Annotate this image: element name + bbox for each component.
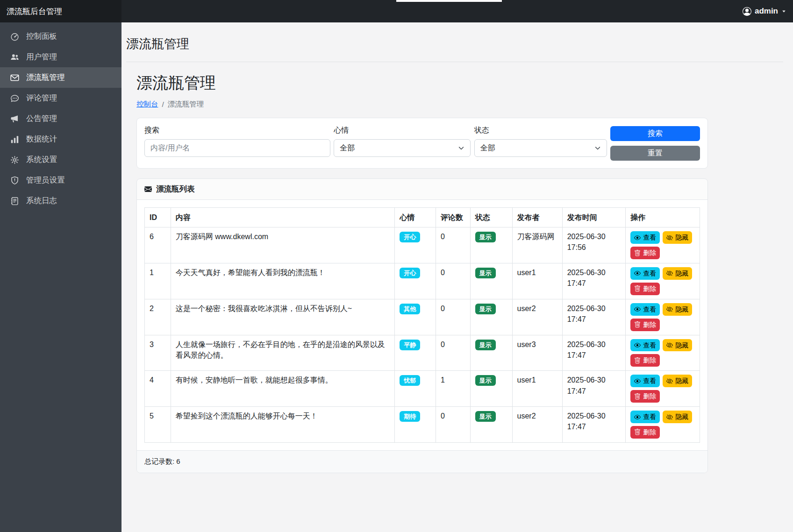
action-button-label: 查看 bbox=[643, 376, 656, 385]
hide-button[interactable]: 隐藏 bbox=[663, 375, 692, 387]
delete-button[interactable]: 删除 bbox=[630, 319, 660, 331]
people-icon bbox=[10, 53, 19, 62]
shield-icon bbox=[10, 176, 19, 185]
trash-icon bbox=[634, 285, 641, 292]
delete-button[interactable]: 删除 bbox=[630, 283, 660, 295]
screen: 漂流瓶后台管理 admin 控制面板用户管理漂流瓶管理评论管理公告管理数据统计系… bbox=[0, 22, 793, 532]
action-button-label: 隐藏 bbox=[675, 341, 688, 350]
app-brand[interactable]: 漂流瓶后台管理 bbox=[0, 0, 121, 22]
cell-status: 显示 bbox=[470, 335, 512, 371]
view-button[interactable]: 查看 bbox=[630, 411, 660, 423]
table-row: 3人生就像一场旅行，不必在乎目的地，在乎的是沿途的风景以及看风景的心情。平静0显… bbox=[145, 335, 700, 371]
action-button-label: 隐藏 bbox=[675, 376, 688, 385]
hide-button[interactable]: 隐藏 bbox=[663, 303, 692, 316]
cell-actions: 查看隐藏删除 bbox=[626, 407, 700, 443]
cell-content: 有时候，安静地听一首歌，就能想起很多事情。 bbox=[171, 371, 394, 407]
chat-dots-icon bbox=[10, 94, 19, 103]
content-area: 漂流瓶管理 控制台 / 漂流瓶管理 搜索 心情 全部 bbox=[126, 62, 708, 473]
sidebar-nav: 控制面板用户管理漂流瓶管理评论管理公告管理数据统计系统设置管理员设置系统日志 bbox=[0, 26, 121, 211]
caret-down-icon bbox=[781, 9, 786, 14]
cell-mood: 忧郁 bbox=[395, 371, 436, 407]
cell-time: 2025-06-30 17:47 bbox=[562, 407, 626, 443]
sidebar-item-dashboard[interactable]: 控制面板 bbox=[0, 26, 121, 47]
delete-button[interactable]: 删除 bbox=[630, 390, 660, 403]
cell-actions: 查看隐藏删除 bbox=[626, 227, 700, 263]
view-button[interactable]: 查看 bbox=[630, 375, 660, 387]
cell-actions: 查看隐藏删除 bbox=[626, 299, 700, 335]
trash-icon bbox=[634, 357, 641, 364]
page-header: 漂流瓶管理 bbox=[126, 29, 783, 62]
main-content: 漂流瓶管理 漂流瓶管理 控制台 / 漂流瓶管理 搜索 心情 全部 bbox=[121, 22, 793, 532]
sidebar-item-label: 管理员设置 bbox=[26, 175, 65, 185]
cell-mood: 期待 bbox=[395, 407, 436, 443]
hide-button[interactable]: 隐藏 bbox=[663, 411, 692, 423]
cell-content: 人生就像一场旅行，不必在乎目的地，在乎的是沿途的风景以及看风景的心情。 bbox=[171, 335, 394, 371]
mood-select-value: 全部 bbox=[340, 143, 355, 153]
status-badge: 显示 bbox=[475, 268, 496, 278]
eye-icon bbox=[634, 342, 641, 348]
status-badge: 显示 bbox=[475, 304, 496, 314]
total-records: 总记录数: 6 bbox=[137, 450, 707, 473]
cell-time: 2025-06-30 17:56 bbox=[562, 227, 626, 263]
status-select-value: 全部 bbox=[480, 143, 495, 153]
delete-button[interactable]: 删除 bbox=[630, 354, 660, 367]
cell-status: 显示 bbox=[470, 263, 512, 299]
envelope-icon bbox=[10, 73, 19, 82]
hide-button[interactable]: 隐藏 bbox=[663, 339, 692, 352]
breadcrumb-link-console[interactable]: 控制台 bbox=[136, 99, 158, 109]
cell-status: 显示 bbox=[470, 371, 512, 407]
trash-icon bbox=[634, 429, 641, 435]
action-button-label: 隐藏 bbox=[675, 269, 688, 278]
mood-select[interactable]: 全部 bbox=[334, 139, 471, 157]
sidebar-item-statistics[interactable]: 数据统计 bbox=[0, 129, 121, 149]
action-button-label: 删除 bbox=[643, 284, 656, 293]
cell-id: 2 bbox=[145, 299, 171, 335]
cell-mood: 平静 bbox=[395, 335, 436, 371]
trash-icon bbox=[634, 393, 641, 400]
view-button[interactable]: 查看 bbox=[630, 303, 660, 316]
cell-id: 5 bbox=[145, 407, 171, 443]
sidebar-item-admin-settings[interactable]: 管理员设置 bbox=[0, 170, 121, 191]
sidebar-item-comments[interactable]: 评论管理 bbox=[0, 88, 121, 108]
search-button[interactable]: 搜索 bbox=[610, 126, 700, 141]
sidebar-item-label: 评论管理 bbox=[26, 93, 57, 103]
action-button-label: 删除 bbox=[643, 320, 656, 329]
sidebar-item-system-settings[interactable]: 系统设置 bbox=[0, 149, 121, 170]
sidebar-item-announcements[interactable]: 公告管理 bbox=[0, 108, 121, 129]
breadcrumb-current: 漂流瓶管理 bbox=[168, 99, 204, 109]
view-button[interactable]: 查看 bbox=[630, 267, 660, 280]
column-header: ID bbox=[145, 208, 171, 227]
table-header-row: ID内容心情评论数状态发布者发布时间操作 bbox=[145, 208, 700, 227]
page-header-title: 漂流瓶管理 bbox=[126, 35, 783, 52]
user-menu[interactable]: admin bbox=[743, 7, 793, 16]
bottle-table: ID内容心情评论数状态发布者发布时间操作 6刀客源码网 www.dkewl.co… bbox=[144, 207, 700, 443]
status-select[interactable]: 全部 bbox=[474, 139, 607, 157]
cell-status: 显示 bbox=[470, 299, 512, 335]
cell-actions: 查看隐藏删除 bbox=[626, 263, 700, 299]
list-card-body: ID内容心情评论数状态发布者发布时间操作 6刀客源码网 www.dkewl.co… bbox=[137, 200, 707, 450]
table-row: 6刀客源码网 www.dkewl.com开心0显示刀客源码网2025-06-30… bbox=[145, 227, 700, 263]
hide-button[interactable]: 隐藏 bbox=[663, 267, 692, 280]
delete-button[interactable]: 删除 bbox=[630, 247, 660, 259]
search-input[interactable] bbox=[144, 139, 330, 157]
cell-comments: 1 bbox=[436, 371, 471, 407]
action-button-label: 查看 bbox=[643, 412, 656, 421]
delete-button[interactable]: 删除 bbox=[630, 426, 660, 439]
view-button[interactable]: 查看 bbox=[630, 339, 660, 352]
sidebar-item-users[interactable]: 用户管理 bbox=[0, 47, 121, 67]
reset-button[interactable]: 重置 bbox=[610, 146, 700, 161]
column-header: 发布时间 bbox=[562, 208, 626, 227]
trash-icon bbox=[634, 250, 641, 256]
mood-badge: 开心 bbox=[400, 232, 420, 242]
action-button-label: 删除 bbox=[643, 248, 656, 257]
gear-icon bbox=[10, 156, 19, 164]
cell-comments: 0 bbox=[436, 299, 471, 335]
cell-id: 1 bbox=[145, 263, 171, 299]
sidebar-item-bottles[interactable]: 漂流瓶管理 bbox=[0, 67, 121, 88]
action-button-label: 删除 bbox=[643, 392, 656, 401]
sidebar-item-system-logs[interactable]: 系统日志 bbox=[0, 191, 121, 211]
hide-button[interactable]: 隐藏 bbox=[663, 231, 692, 244]
cell-content: 今天天气真好，希望能有人看到我的漂流瓶！ bbox=[171, 263, 394, 299]
person-circle-icon bbox=[743, 7, 751, 16]
view-button[interactable]: 查看 bbox=[630, 231, 660, 244]
